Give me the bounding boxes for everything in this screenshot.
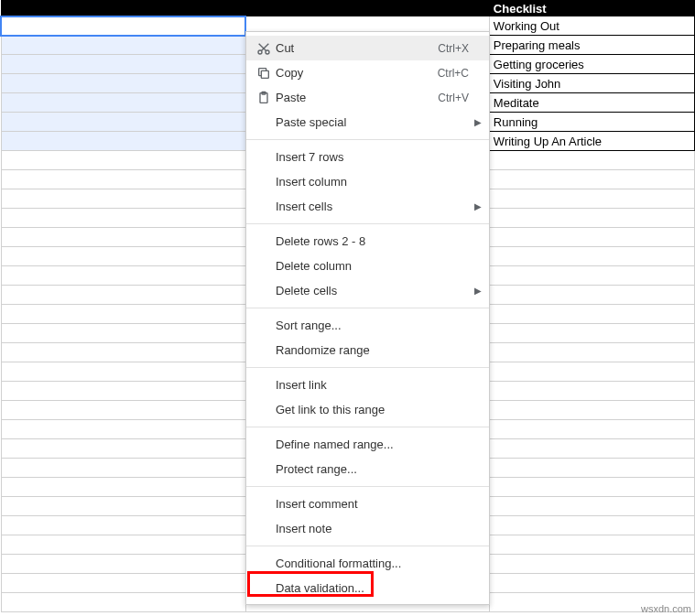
menu-label: Cut: [276, 41, 438, 55]
cell[interactable]: [1, 459, 245, 478]
menu-get-link[interactable]: Get link to this range: [246, 397, 489, 422]
menu-label: Define named range...: [276, 438, 469, 451]
cell[interactable]: [1, 209, 245, 228]
cell[interactable]: [1, 305, 245, 324]
cell[interactable]: [489, 555, 694, 574]
cell[interactable]: [1, 535, 245, 555]
cell[interactable]: [489, 343, 694, 362]
menu-paste[interactable]: Paste Ctrl+V: [246, 85, 489, 110]
copy-icon: [252, 66, 276, 81]
cell-a4[interactable]: [1, 55, 245, 74]
cell[interactable]: [489, 420, 694, 439]
menu-divider: [246, 427, 489, 427]
cell[interactable]: [489, 266, 694, 286]
menu-delete-column[interactable]: Delete column: [246, 254, 489, 278]
menu-delete-rows[interactable]: Delete rows 2 - 8: [246, 229, 489, 254]
checklist-item[interactable]: Writing Up An Article: [489, 132, 694, 151]
menu-shortcut: Ctrl+X: [438, 42, 469, 55]
cell[interactable]: [489, 228, 694, 247]
cell[interactable]: [1, 228, 245, 247]
checklist-item[interactable]: Meditate: [489, 93, 694, 113]
cell[interactable]: [489, 305, 694, 324]
cut-icon: [252, 41, 276, 56]
cell[interactable]: [1, 151, 245, 170]
menu-cut[interactable]: Cut Ctrl+X: [246, 36, 489, 60]
header-cell-1[interactable]: [1, 1, 245, 16]
menu-insert-link[interactable]: Insert link: [246, 373, 489, 397]
header-cell-3[interactable]: Checklist: [489, 1, 694, 16]
menu-label: Protect range...: [276, 462, 469, 476]
cell[interactable]: [489, 497, 694, 516]
menu-label: Delete rows 2 - 8: [276, 234, 469, 248]
menu-sort-range[interactable]: Sort range...: [246, 313, 489, 338]
cell[interactable]: [489, 362, 694, 382]
menu-insert-note[interactable]: Insert note: [246, 516, 489, 541]
submenu-arrow-icon: ▶: [474, 117, 482, 127]
menu-randomize-range[interactable]: Randomize range: [246, 338, 489, 362]
menu-divider: [246, 139, 489, 140]
cell[interactable]: [1, 420, 245, 439]
cell[interactable]: [489, 286, 694, 305]
cell[interactable]: [1, 266, 245, 286]
cell[interactable]: [1, 516, 245, 535]
cell[interactable]: [1, 497, 245, 516]
cell[interactable]: [489, 151, 694, 170]
cell[interactable]: [489, 189, 694, 209]
menu-insert-cells[interactable]: Insert cells ▶: [246, 194, 489, 219]
checklist-item[interactable]: Getting groceries: [489, 55, 694, 74]
checklist-item[interactable]: Preparing meals: [489, 36, 694, 55]
cell-a2[interactable]: [1, 16, 245, 36]
cell[interactable]: [489, 439, 694, 459]
cell-a3[interactable]: [1, 36, 245, 55]
menu-label: Insert link: [276, 378, 469, 392]
cell[interactable]: [1, 401, 245, 420]
menu-label: Paste special: [276, 115, 469, 129]
menu-insert-comment[interactable]: Insert comment: [246, 492, 489, 516]
cell[interactable]: [1, 170, 245, 189]
cell[interactable]: [1, 382, 245, 401]
checklist-item[interactable]: Working Out: [489, 16, 694, 36]
cell-a6[interactable]: [1, 93, 245, 113]
menu-insert-column[interactable]: Insert column: [246, 169, 489, 194]
menu-protect-range[interactable]: Protect range...: [246, 457, 489, 481]
cell[interactable]: [489, 247, 694, 266]
svg-rect-4: [261, 70, 268, 78]
cell[interactable]: [489, 574, 694, 593]
menu-shortcut: Ctrl+C: [438, 67, 469, 80]
cell[interactable]: [489, 324, 694, 343]
cell[interactable]: [1, 343, 245, 362]
checklist-item[interactable]: Visiting John: [489, 74, 694, 93]
menu-paste-special[interactable]: Paste special ▶: [246, 110, 489, 135]
menu-copy[interactable]: Copy Ctrl+C: [246, 60, 489, 85]
menu-label: Data validation...: [276, 581, 469, 595]
cell[interactable]: [1, 247, 245, 266]
menu-data-validation[interactable]: Data validation...: [246, 576, 489, 600]
cell[interactable]: [1, 286, 245, 305]
cell[interactable]: [489, 401, 694, 420]
cell[interactable]: [489, 170, 694, 189]
cell[interactable]: [1, 189, 245, 209]
cell[interactable]: [489, 382, 694, 401]
checklist-item[interactable]: Running: [489, 113, 694, 132]
cell[interactable]: [1, 555, 245, 574]
cell[interactable]: [489, 478, 694, 497]
cell[interactable]: [1, 593, 245, 612]
menu-label: Insert comment: [276, 497, 469, 511]
menu-insert-rows[interactable]: Insert 7 rows: [246, 145, 489, 169]
cell-a7[interactable]: [1, 113, 245, 132]
cell[interactable]: [1, 574, 245, 593]
cell[interactable]: [489, 535, 694, 555]
cell-a8[interactable]: [1, 132, 245, 151]
cell[interactable]: [489, 459, 694, 478]
menu-define-named-range[interactable]: Define named range...: [246, 432, 489, 457]
header-cell-2[interactable]: [245, 1, 489, 16]
menu-delete-cells[interactable]: Delete cells ▶: [246, 278, 489, 303]
cell[interactable]: [489, 209, 694, 228]
menu-conditional-formatting[interactable]: Conditional formatting...: [246, 551, 489, 576]
cell[interactable]: [1, 439, 245, 459]
cell[interactable]: [1, 324, 245, 343]
cell[interactable]: [1, 362, 245, 382]
cell[interactable]: [1, 478, 245, 497]
cell[interactable]: [489, 516, 694, 535]
cell-a5[interactable]: [1, 74, 245, 93]
